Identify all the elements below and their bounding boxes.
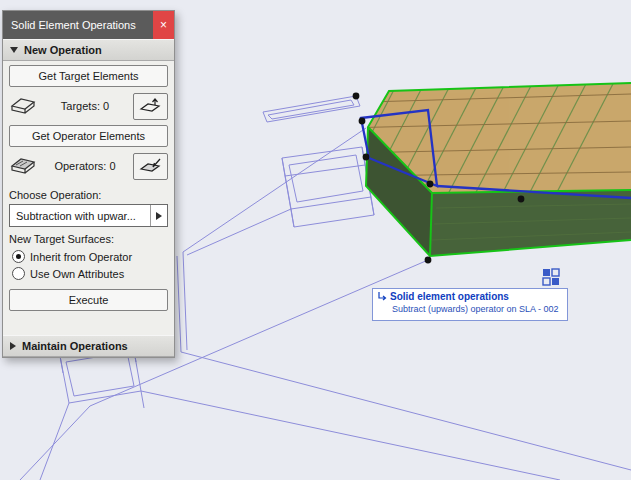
chevron-right-icon xyxy=(156,212,162,220)
info-tag-detail: Subtract (upwards) operator on SLA - 002 xyxy=(377,304,563,314)
maintain-operations-label: Maintain Operations xyxy=(22,340,128,352)
pick-target-icon xyxy=(139,97,163,115)
section-new-operation[interactable]: New Operation xyxy=(3,39,174,61)
section-maintain-operations[interactable]: Maintain Operations xyxy=(3,335,174,357)
radio-selected-icon xyxy=(12,250,25,263)
pick-targets-button[interactable] xyxy=(133,93,168,120)
collapse-triangle-right-icon xyxy=(10,342,16,350)
get-operator-elements-button[interactable]: Get Operator Elements xyxy=(9,125,168,147)
solid-element-operations-palette: Solid Element Operations × New Operation… xyxy=(2,10,175,358)
pick-operator-icon xyxy=(139,157,163,175)
palette-titlebar[interactable]: Solid Element Operations × xyxy=(3,11,174,39)
new-operation-label: New Operation xyxy=(24,44,102,56)
targets-count: Targets: 0 xyxy=(37,100,133,112)
collapse-triangle-down-icon xyxy=(10,47,18,53)
choose-operation-label: Choose Operation: xyxy=(9,189,169,201)
get-target-elements-button[interactable]: Get Target Elements xyxy=(9,65,168,87)
info-tag: Solid element operations Subtract (upwar… xyxy=(372,288,568,321)
radio-use-own-attributes[interactable]: Use Own Attributes xyxy=(8,265,169,282)
dropdown-arrow xyxy=(150,205,167,226)
info-tag-title: Solid element operations xyxy=(390,291,509,302)
operators-row: Operators: 0 xyxy=(9,151,168,181)
execute-button[interactable]: Execute xyxy=(9,289,168,311)
operation-dropdown-value: Subtraction with upwar... xyxy=(10,210,136,222)
radio-inherit-label: Inherit from Operator xyxy=(30,251,132,263)
application-window: Solid element operations Subtract (upwar… xyxy=(0,0,631,480)
target-slab-icon xyxy=(9,95,37,117)
palette-title: Solid Element Operations xyxy=(11,19,136,31)
element-info-grid-icon[interactable] xyxy=(541,267,561,287)
radio-inherit-from-operator[interactable]: Inherit from Operator xyxy=(8,248,169,265)
radio-own-label: Use Own Attributes xyxy=(30,268,124,280)
operator-slab-icon xyxy=(9,155,37,177)
operation-dropdown[interactable]: Subtraction with upwar... xyxy=(9,204,168,227)
targets-row: Targets: 0 xyxy=(9,91,168,121)
operators-count: Operators: 0 xyxy=(37,160,133,172)
radio-unselected-icon xyxy=(12,267,25,280)
pick-operators-button[interactable] xyxy=(133,153,168,180)
branch-arrow-icon xyxy=(377,292,387,301)
new-target-surfaces-label: New Target Surfaces: xyxy=(9,233,169,245)
close-button[interactable]: × xyxy=(153,11,174,39)
palette-content: Get Target Elements Targets: 0 Get Opera… xyxy=(3,61,174,335)
